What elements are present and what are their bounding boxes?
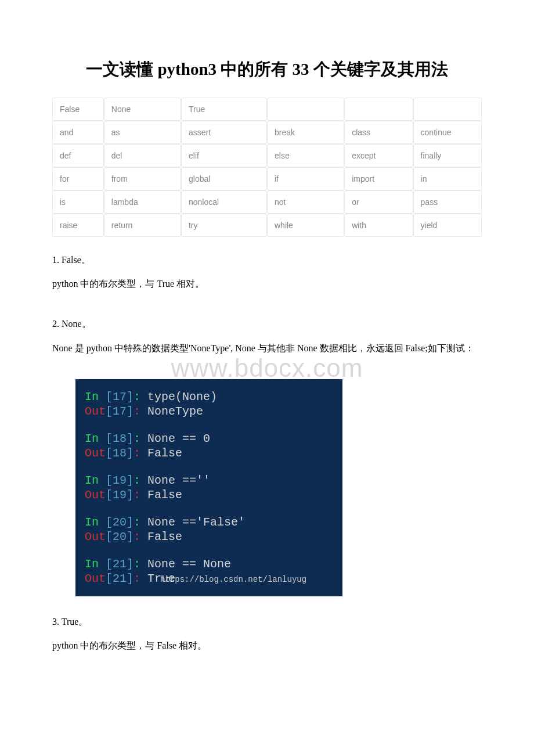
out-result: False — [147, 447, 182, 460]
keyword-cell: class — [344, 121, 413, 144]
in-label: In — [85, 390, 106, 404]
keyword-cell: False — [52, 98, 104, 121]
keyword-cell: break — [267, 121, 344, 144]
out-result: False — [147, 530, 182, 543]
terminal-blank-line — [85, 419, 333, 431]
terminal-in-line: In [21]: None == None — [85, 557, 333, 571]
keyword-cell: continue — [413, 121, 482, 144]
in-colon: : — [134, 557, 147, 571]
out-number: [19] — [106, 488, 134, 502]
in-label: In — [85, 474, 106, 487]
keyword-cell: is — [52, 190, 104, 214]
keyword-table-body: FalseNoneTrueandasassertbreakclasscontin… — [52, 98, 482, 237]
out-colon: : — [134, 530, 147, 543]
out-number: [21] — [106, 572, 134, 585]
terminal-out-line: Out[21]: Truehttps://blog.csdn.net/lanlu… — [85, 571, 333, 586]
terminal-out-line: Out[20]: False — [85, 530, 333, 544]
out-label: Out — [85, 572, 106, 585]
keyword-cell: del — [104, 144, 181, 167]
keyword-cell: True — [181, 98, 267, 121]
out-number: [17] — [106, 405, 134, 418]
out-colon: : — [134, 572, 147, 585]
keyword-cell: nonlocal — [181, 190, 267, 214]
keyword-cell: elif — [181, 144, 267, 167]
section-3-title: 3. True。 — [52, 614, 482, 629]
in-command: None == 0 — [147, 432, 210, 445]
keyword-cell — [413, 98, 482, 121]
out-label: Out — [85, 488, 106, 502]
in-number: [20] — [106, 516, 134, 529]
terminal-blank-line — [85, 460, 333, 473]
keyword-cell: global — [181, 167, 267, 190]
keyword-cell: raise — [52, 214, 104, 237]
terminal-blank-line — [85, 502, 333, 515]
section-3-body: python 中的布尔类型，与 False 相对。 — [52, 638, 482, 653]
section-1-body: python 中的布尔类型，与 True 相对。 — [52, 276, 482, 291]
keyword-cell: if — [267, 167, 344, 190]
in-command: None == None — [147, 557, 231, 571]
in-number: [19] — [106, 474, 134, 487]
terminal-out-line: Out[19]: False — [85, 488, 333, 502]
terminal-blank-line — [85, 544, 333, 557]
in-command: type(None) — [147, 390, 217, 404]
keyword-cell — [267, 98, 344, 121]
terminal-block: In [17]: type(None)Out[17]: NoneTypeIn [… — [75, 379, 342, 596]
keyword-cell: and — [52, 121, 104, 144]
table-row: andasassertbreakclasscontinue — [52, 121, 482, 144]
in-number: [17] — [106, 390, 134, 404]
keyword-table: FalseNoneTrueandasassertbreakclasscontin… — [52, 98, 482, 237]
keyword-cell: try — [181, 214, 267, 237]
keyword-cell: finally — [413, 144, 482, 167]
page-title: 一文读懂 python3 中的所有 33 个关键字及其用法 — [52, 58, 482, 81]
out-label: Out — [85, 530, 106, 543]
terminal-in-line: In [20]: None =='False' — [85, 515, 333, 530]
keyword-cell: or — [344, 190, 413, 214]
in-command: None =='' — [147, 474, 210, 487]
in-number: [18] — [106, 432, 134, 445]
keyword-cell: lambda — [104, 190, 181, 214]
keyword-cell: pass — [413, 190, 482, 214]
keyword-cell: with — [344, 214, 413, 237]
keyword-cell: as — [104, 121, 181, 144]
document-page: 一文读懂 python3 中的所有 33 个关键字及其用法 FalseNoneT… — [0, 0, 534, 696]
in-label: In — [85, 432, 106, 445]
in-colon: : — [134, 390, 147, 404]
keyword-cell: assert — [181, 121, 267, 144]
keyword-cell: yield — [413, 214, 482, 237]
in-colon: : — [134, 516, 147, 529]
keyword-cell: def — [52, 144, 104, 167]
table-row: raisereturntrywhilewithyield — [52, 214, 482, 237]
keyword-cell: None — [104, 98, 181, 121]
terminal-out-line: Out[18]: False — [85, 446, 333, 460]
terminal-out-line: Out[17]: NoneType — [85, 404, 333, 419]
keyword-cell: while — [267, 214, 344, 237]
keyword-cell: not — [267, 190, 344, 214]
out-colon: : — [134, 447, 147, 460]
section-2-title: 2. None。 — [52, 316, 482, 332]
in-colon: : — [134, 474, 147, 487]
keyword-cell: in — [413, 167, 482, 190]
out-result: False — [147, 488, 182, 502]
in-label: In — [85, 557, 106, 571]
out-number: [18] — [106, 447, 134, 460]
out-label: Out — [85, 447, 106, 460]
keyword-cell: import — [344, 167, 413, 190]
spacer — [52, 300, 482, 310]
keyword-cell — [344, 98, 413, 121]
out-label: Out — [85, 405, 106, 418]
in-label: In — [85, 516, 106, 529]
keyword-cell: from — [104, 167, 181, 190]
watermark-text: www.bdocx.com — [52, 354, 482, 383]
keyword-cell: return — [104, 214, 181, 237]
terminal-in-line: In [18]: None == 0 — [85, 431, 333, 446]
section-1-title: 1. False。 — [52, 252, 482, 268]
out-number: [20] — [106, 530, 134, 543]
table-row: FalseNoneTrue — [52, 98, 482, 121]
out-colon: : — [134, 405, 147, 418]
keyword-cell: for — [52, 167, 104, 190]
table-row: defdelelifelseexceptfinally — [52, 144, 482, 167]
table-row: forfromglobalifimportin — [52, 167, 482, 190]
table-row: islambdanonlocalnotorpass — [52, 190, 482, 214]
in-colon: : — [134, 432, 147, 445]
keyword-cell: except — [344, 144, 413, 167]
